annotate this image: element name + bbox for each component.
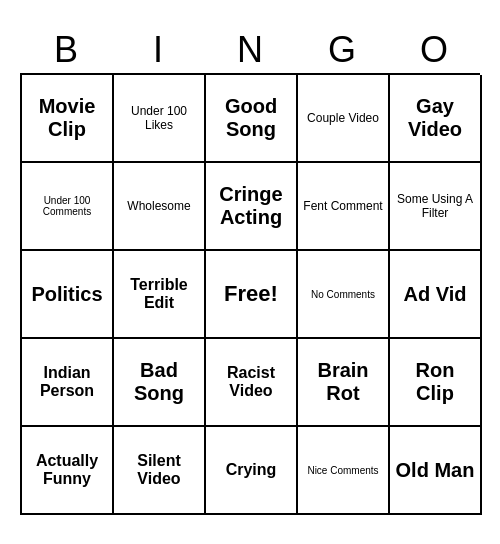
cell-text-15: Indian Person (26, 364, 108, 400)
cell-text-10: Politics (31, 283, 102, 306)
cell-text-17: Racist Video (210, 364, 292, 400)
cell-text-12: Free! (224, 281, 278, 307)
bingo-cell-16: Bad Song (114, 339, 206, 427)
bingo-cell-14: Ad Vid (390, 251, 482, 339)
cell-text-0: Movie Clip (26, 95, 108, 141)
bingo-letter-g: G (298, 29, 386, 71)
cell-text-11: Terrible Edit (118, 276, 200, 312)
bingo-cell-18: Brain Rot (298, 339, 390, 427)
bingo-cell-20: Actually Funny (22, 427, 114, 515)
bingo-cell-8: Fent Comment (298, 163, 390, 251)
bingo-cell-23: Nice Comments (298, 427, 390, 515)
bingo-cell-2: Good Song (206, 75, 298, 163)
cell-text-24: Old Man (396, 459, 475, 482)
bingo-letter-b: B (22, 29, 110, 71)
cell-text-2: Good Song (210, 95, 292, 141)
bingo-cell-19: Ron Clip (390, 339, 482, 427)
bingo-cell-5: Under 100 Comments (22, 163, 114, 251)
cell-text-14: Ad Vid (404, 283, 467, 306)
bingo-cell-3: Couple Video (298, 75, 390, 163)
bingo-cell-9: Some Using A Filter (390, 163, 482, 251)
cell-text-3: Couple Video (307, 111, 379, 125)
cell-text-18: Brain Rot (302, 359, 384, 405)
cell-text-20: Actually Funny (26, 452, 108, 488)
bingo-cell-4: Gay Video (390, 75, 482, 163)
bingo-cell-21: Silent Video (114, 427, 206, 515)
bingo-cell-1: Under 100 Likes (114, 75, 206, 163)
cell-text-19: Ron Clip (394, 359, 476, 405)
cell-text-23: Nice Comments (307, 465, 378, 476)
cell-text-7: Cringe Acting (210, 183, 292, 229)
cell-text-1: Under 100 Likes (118, 104, 200, 132)
cell-text-16: Bad Song (118, 359, 200, 405)
bingo-cell-0: Movie Clip (22, 75, 114, 163)
bingo-container: BINGO Movie ClipUnder 100 LikesGood Song… (20, 29, 480, 515)
bingo-cell-22: Crying (206, 427, 298, 515)
bingo-letter-o: O (390, 29, 478, 71)
bingo-letter-n: N (206, 29, 294, 71)
cell-text-5: Under 100 Comments (26, 195, 108, 217)
bingo-cell-6: Wholesome (114, 163, 206, 251)
bingo-cell-15: Indian Person (22, 339, 114, 427)
cell-text-9: Some Using A Filter (394, 192, 476, 220)
bingo-cell-12: Free! (206, 251, 298, 339)
bingo-cell-10: Politics (22, 251, 114, 339)
bingo-cell-13: No Comments (298, 251, 390, 339)
bingo-cell-17: Racist Video (206, 339, 298, 427)
bingo-cell-11: Terrible Edit (114, 251, 206, 339)
cell-text-13: No Comments (311, 289, 375, 300)
bingo-cell-7: Cringe Acting (206, 163, 298, 251)
cell-text-4: Gay Video (394, 95, 476, 141)
cell-text-8: Fent Comment (303, 199, 382, 213)
bingo-cell-24: Old Man (390, 427, 482, 515)
bingo-letter-i: I (114, 29, 202, 71)
bingo-grid: Movie ClipUnder 100 LikesGood SongCouple… (20, 73, 480, 515)
cell-text-21: Silent Video (118, 452, 200, 488)
cell-text-22: Crying (226, 461, 277, 479)
cell-text-6: Wholesome (127, 199, 190, 213)
bingo-header: BINGO (20, 29, 480, 71)
